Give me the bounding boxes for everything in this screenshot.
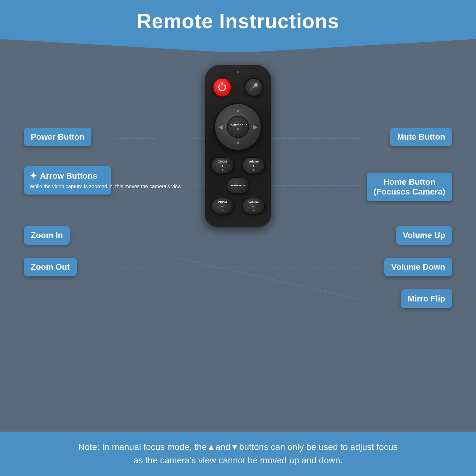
zoom-out-button[interactable]: ZOOM – [211,198,234,214]
dpad-right-arrow[interactable]: ▶ [253,123,258,130]
dpad[interactable]: ▲ ▼ ◀ ▶ HOME/FOCUS [214,103,262,151]
power-button[interactable] [213,78,232,97]
svg-line-8 [179,258,360,300]
dpad-down-arrow[interactable]: ▼ [235,140,241,147]
zoom-volume-down-row: ZOOM – Volume – [209,198,267,214]
remote-body: 🎤 ▲ ▼ ◀ ▶ HOME/FOCUS [205,65,271,227]
mirro-flip-label: Mirro Flip [401,289,452,308]
volume-down-label: Volume Down [384,258,452,276]
zoom-in-button[interactable]: ZOOM + [211,157,234,174]
dpad-up-arrow[interactable]: ▲ [235,107,241,114]
zoom-volume-up-row: ZOOM + Volume + [209,157,267,174]
mirror-flip-button[interactable]: MIRRO/FLIP [227,177,249,194]
dpad-center-text: HOME/FOCUS [228,124,247,127]
footer: Note: In manual focus mode, the▲and▼butt… [0,432,476,476]
power-icon [218,83,226,91]
volume-down-dot [253,210,255,211]
volume-up-btn-label: Volume [248,160,259,163]
volume-down-button[interactable]: Volume – [242,198,265,214]
arrow-icon: ✦ [30,171,37,181]
volume-down-btn-label: Volume [248,201,259,204]
dpad-center-button[interactable]: HOME/FOCUS [227,116,249,138]
ir-dot [237,71,239,73]
zoom-out-btn-label: ZOOM [218,201,227,204]
zoom-out-dot [222,210,223,211]
volume-up-button[interactable]: Volume + [242,157,265,174]
mirror-btn-label: MIRRO/FLIP [231,184,245,187]
home-button-label: Home Button (Focuses Camera) [367,173,452,201]
top-buttons-row: 🎤 [209,78,267,97]
remote-control: 🎤 ▲ ▼ ◀ ▶ HOME/FOCUS [203,65,273,227]
zoom-in-dot [222,169,223,171]
power-button-label: Power Button [24,128,91,146]
zoom-out-label: Zoom Out [24,258,77,276]
header: Remote Instructions [0,0,476,52]
zoom-in-label: Zoom In [24,226,70,245]
page-title: Remote Instructions [0,10,476,33]
bottom-buttons: ZOOM + Volume + MIRRO/FLIP [209,157,267,214]
arrow-buttons-label: ✦ Arrow Buttons While the video capture … [24,166,111,195]
volume-up-label: Volume Up [396,226,452,245]
mute-button-label: Mute Button [390,128,452,146]
mute-button[interactable]: 🎤 [244,78,263,97]
dpad-center-dot [237,128,239,130]
arrow-subtitle: While the video capture is zoomed in, th… [30,183,106,190]
volume-down-symbol: – [252,204,255,209]
dpad-ring: ▲ ▼ ◀ ▶ HOME/FOCUS [214,103,262,151]
zoom-out-symbol: – [221,204,224,209]
dpad-left-arrow[interactable]: ◀ [218,123,223,130]
footer-note: Note: In manual focus mode, the▲and▼butt… [19,440,457,467]
zoom-in-btn-label: ZOOM [218,160,227,163]
zoom-in-symbol: + [221,163,224,169]
mute-icon: 🎤 [249,83,259,92]
volume-up-dot [253,169,255,171]
volume-up-symbol: + [252,163,255,169]
main-content: Power Button ✦ Arrow Buttons While the v… [0,52,476,465]
